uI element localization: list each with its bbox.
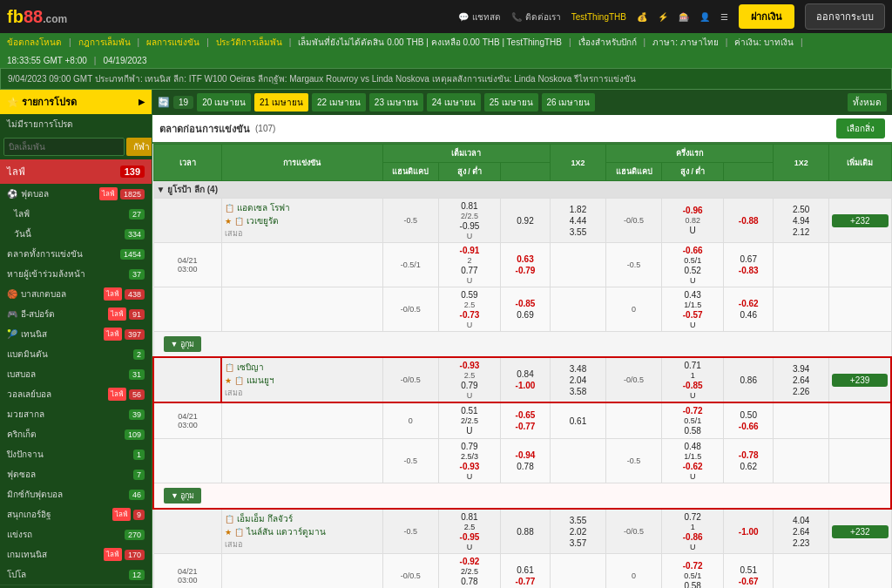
contact-icon-group[interactable]: 📞 ติดต่อเรา xyxy=(511,10,561,24)
info-link-agreement[interactable]: ข้อตกลงโหนด xyxy=(7,36,62,49)
date-tab-26[interactable]: 26 เมษายน xyxy=(542,93,596,112)
take-btn[interactable]: กัฬา xyxy=(126,138,152,156)
sidebar-item-all-matches[interactable]: ตลาดทั้งการแข่งขัน 1454 xyxy=(0,244,152,264)
sports-section: ⚽ ฟุตบอล ไลฟ์ 1825 ไลฟ์ 27 วันนี้ 334 ตล… xyxy=(0,184,152,585)
casino-icon-group[interactable]: 🎰 xyxy=(679,12,689,22)
hl-more-button[interactable]: ▼ อูกุม xyxy=(164,488,201,504)
league-name-europa: ▼ ยูโรป้า ลีก (4) xyxy=(153,181,891,199)
table-container: เวลา การแข่งขัน เต็มเวลา 1X2 ครึ่งแรก 1X… xyxy=(152,144,892,588)
info-bar: ข้อตกลงโหนด | กฎการเล็มพัน | ผลการแข่งขั… xyxy=(0,33,892,68)
menu-icon-group[interactable]: ☰ xyxy=(720,12,728,22)
more-button-1[interactable]: ▼ อูกุม xyxy=(164,336,201,352)
hl-ou1: -0.93 2.5 0.79 U xyxy=(438,357,500,402)
th-1x2-second: 1X2 xyxy=(774,145,829,181)
m3-team2-link[interactable]: ไนล์สัน แดวาร์ดูมาน xyxy=(247,525,326,538)
select-button[interactable]: เลือกสิ่ง xyxy=(836,118,885,139)
m3-team1[interactable]: 📋 เอ็มเอ็ม กึลจัวร์ xyxy=(225,512,380,525)
hl-odds2-3: 0.86 xyxy=(724,357,774,402)
ou-low[interactable]: -0.95 xyxy=(442,220,497,232)
sidebar-item-basketball[interactable]: 🏀 บาสเกตบอล ไลฟ์ 438 xyxy=(0,284,152,304)
ou-high[interactable]: 0.81 xyxy=(442,200,497,212)
sidebar-boxing-label: มวยสากล xyxy=(7,408,129,421)
livebet-section[interactable]: ไลฟ์ 139 xyxy=(0,159,152,184)
user-display: TestThingTHB xyxy=(571,12,626,22)
sidebar-item-table-tennis[interactable]: เกมเทนนิส ไลฟ์ 170 xyxy=(0,544,152,564)
th-ou2: สูง / ต่ำ xyxy=(662,163,724,181)
hl-sub2-dc1 xyxy=(550,439,605,483)
hl-team2-link[interactable]: แมนยูฯ xyxy=(247,374,274,387)
tabletennis-live-badge: ไลฟ์ xyxy=(104,548,122,561)
info-link-history[interactable]: ประวัติการเล็มพัน xyxy=(216,36,282,49)
logout-button[interactable]: ออกจากระบบ xyxy=(805,3,885,30)
sidebar-item-badminton[interactable]: แบตมินตัน 2 xyxy=(0,344,152,364)
sidebar-item-cricket[interactable]: คริกเก็ต 109 xyxy=(0,424,152,444)
chat-icon-group[interactable]: 💬 แชทสด xyxy=(458,10,501,24)
hl-team1-link[interactable]: เซบิญา xyxy=(237,361,264,374)
sidebar-live-label: ไลฟ์ xyxy=(14,207,129,220)
sidebar-item-pingpong[interactable]: ปิงปักจาน 1 xyxy=(0,444,152,464)
plus-badge[interactable]: +232 xyxy=(832,214,888,227)
sidebar-item-baseball[interactable]: เบสบอล 31 xyxy=(0,364,152,384)
team2-name[interactable]: ★ 📋 เวเฃยูรัต xyxy=(225,214,380,227)
casino-icon: 🎰 xyxy=(679,12,689,22)
lightning-icon-group[interactable]: ⚡ xyxy=(658,12,668,22)
sidebar-item-esport[interactable]: 🎮 อี-สปอร์ต ไลฟ์ 91 xyxy=(0,304,152,324)
hl-plus-badge[interactable]: +239 xyxy=(832,374,888,387)
sub-dc1 xyxy=(550,243,605,287)
date-tab-24[interactable]: 24 เมษายน xyxy=(427,93,481,112)
sidebar-item-today[interactable]: วันนี้ 334 xyxy=(0,224,152,244)
sidebar-item-snooker[interactable]: สนุกเกอร์อิฐ ไลฟ์ 9 xyxy=(0,504,152,524)
odds2-3[interactable]: -0.88 xyxy=(726,215,770,226)
person-icon-group[interactable]: 👤 xyxy=(699,12,710,22)
team2-link[interactable]: เวเฃยูรัต xyxy=(247,214,279,227)
date-tab-23[interactable]: 23 เมษายน xyxy=(369,93,423,112)
deposit-button[interactable]: ฝากเงิน xyxy=(739,4,794,29)
sidebar-item-boxing[interactable]: มวยสากล 39 xyxy=(0,404,152,424)
sidebar-item-mixfootball[interactable]: มิกซ์กับฟุตบอล 46 xyxy=(0,484,152,504)
ou2-high[interactable]: -0.96 xyxy=(665,205,720,216)
sidebar-item-live[interactable]: ไลฟ์ 27 xyxy=(0,204,152,224)
sidebar-item-football[interactable]: ⚽ ฟุตบอล ไลฟ์ 1825 xyxy=(0,184,152,204)
sidebar-item-search[interactable]: หายผู้เข้าร่วมล้งหน้า 37 xyxy=(0,264,152,284)
m3-team1-link[interactable]: เอ็มเอ็ม กึลจัวร์ xyxy=(237,512,293,525)
m3-plus-badge[interactable]: +232 xyxy=(832,525,888,538)
dc1[interactable]: 1.82 xyxy=(553,204,603,215)
info-date: 04/19/2023 xyxy=(103,56,146,65)
dc2[interactable]: 4.44 xyxy=(553,215,603,226)
m3-team2[interactable]: ★ 📋 ไนล์สัน แดวาร์ดูมาน xyxy=(225,525,380,538)
dc2-1[interactable]: 2.50 xyxy=(776,204,826,215)
promo-label: ⭐ รายการโปรด xyxy=(7,94,77,110)
sidebar-item-racing[interactable]: แข่งรถ 270 xyxy=(0,524,152,544)
date-tab-21[interactable]: 21 เมษายน xyxy=(254,93,308,112)
sidebar-item-futsal[interactable]: ฟุตซอล 7 xyxy=(0,464,152,484)
th-placeholder1 xyxy=(501,163,551,181)
sidebar-item-tennis[interactable]: 🎾 เทนนิส ไลฟ์ 397 xyxy=(0,324,152,344)
info-link-rules[interactable]: กฎการเล็มพัน xyxy=(78,36,131,49)
th-placeholder2 xyxy=(724,163,774,181)
ou2-low[interactable]: U xyxy=(665,225,720,236)
info-link-results[interactable]: ผลการแข่งขัน xyxy=(146,36,199,49)
sidebar-item-volleyball[interactable]: วอลเลย์บอล ไลฟ์ 56 xyxy=(0,384,152,404)
hl-team2[interactable]: ★ 📋 แมนยูฯ xyxy=(225,374,380,387)
sidebar-item-polo[interactable]: โปโล 12 xyxy=(0,564,152,585)
m3-odds2-3: -1.00 xyxy=(724,509,774,554)
hl-team1[interactable]: 📋 เซบิญา xyxy=(225,361,380,374)
dc2-2[interactable]: 4.94 xyxy=(776,215,826,226)
bet-input[interactable] xyxy=(3,138,125,156)
date-tab-22[interactable]: 22 เมษายน xyxy=(312,93,366,112)
team1-name[interactable]: 📋 แอดเซล โรฟา xyxy=(225,201,380,214)
table-row: 📋 แอดเซล โรฟา ★ 📋 เวเฃยูรัต เสมอ -0 xyxy=(153,199,891,243)
promo-header: ⭐ รายการโปรด ▶ xyxy=(0,90,152,114)
dc3[interactable]: 3.55 xyxy=(553,226,603,238)
wallet-icon-group[interactable]: 💰 xyxy=(637,12,647,22)
odds3-val[interactable]: 0.92 xyxy=(503,215,547,226)
sub2-time xyxy=(153,287,221,332)
team1-link[interactable]: แอดเซล โรฟา xyxy=(237,201,290,214)
date-tab-all[interactable]: ทั้งหมด xyxy=(848,93,887,112)
sub-time: 04/2103:00 xyxy=(153,243,221,287)
date-tab-20[interactable]: 20 เมษายน xyxy=(197,93,251,112)
refresh-icon[interactable]: 🔄 xyxy=(158,97,170,108)
alert-text: 9/04/2023 09:00 GMT ประเภทกีฬา: เทนนิส ล… xyxy=(8,74,636,84)
date-tab-25[interactable]: 25 เมษายน xyxy=(484,93,538,112)
dc2-3[interactable]: 2.12 xyxy=(776,226,826,238)
